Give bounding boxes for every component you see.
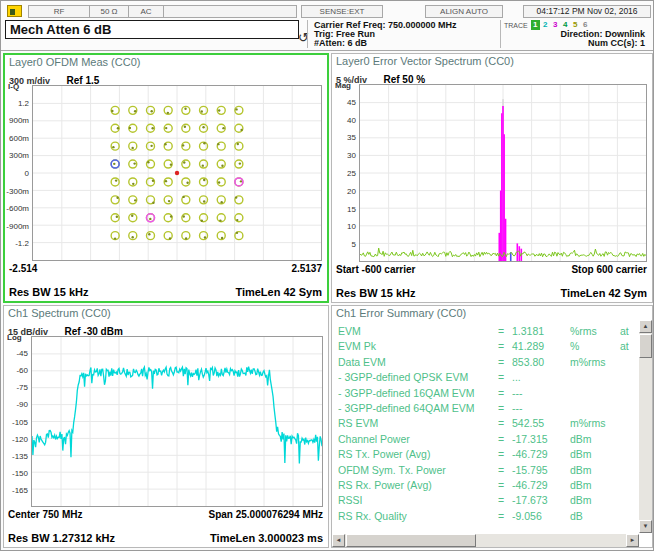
constellation-plot <box>32 85 322 261</box>
spectrum-panel[interactable]: Ch1 Spectrum (CC0) 15 dB/div Ref -30 dBm… <box>3 305 329 548</box>
er-eq: = <box>498 370 512 385</box>
y-axis-ticks: -45-60-75-90-105-120-135-150-165 <box>4 336 30 507</box>
error-summary-row: OFDM Sym. Tx. Power=-15.795dBm <box>338 463 636 478</box>
er-unit <box>570 386 620 401</box>
er-unit <box>570 370 620 385</box>
er-val: --- <box>512 401 570 416</box>
time-len-annotation: TimeLen 3.000023 ms <box>210 532 323 544</box>
error-summary-row: RS EVM=542.55m%rms <box>338 416 636 431</box>
er-note <box>620 370 636 385</box>
header-separator <box>307 20 308 48</box>
er-unit: m%rms <box>570 355 620 370</box>
er-label: RS Rx. Power (Avg) <box>338 478 498 493</box>
scroll-up-button[interactable]: ▲ <box>639 320 652 333</box>
er-val: -17.673 <box>512 493 570 508</box>
y-tick-label: -150 <box>12 468 28 477</box>
error-summary-row: Channel Power=-17.315dBm <box>338 432 636 447</box>
er-val: ... <box>512 370 570 385</box>
er-eq: = <box>498 509 512 524</box>
y-tick-label: -60 <box>16 366 28 375</box>
ofdm-meas-panel[interactable]: Layer0 OFDM Meas (CC0) 300 m/div Ref 1.5… <box>3 53 329 303</box>
er-eq: = <box>498 447 512 462</box>
atten-annotation: #Atten: 6 dB <box>314 38 367 48</box>
error-summary-row: RS Rx. Quality=-9.056dB <box>338 509 636 524</box>
error-summary-row: - 3GPP-defined QPSK EVM=... <box>338 370 636 385</box>
er-note <box>620 401 636 416</box>
align-indicator: ALIGN AUTO <box>425 5 503 18</box>
er-eq: = <box>498 463 512 478</box>
er-note <box>620 386 636 401</box>
er-label: RS Rx. Quality <box>338 509 498 524</box>
scroll-right-button[interactable]: ► <box>626 534 639 547</box>
er-label: EVM Pk <box>338 339 498 354</box>
er-note <box>620 416 636 431</box>
constellation-canvas <box>33 86 321 260</box>
error-summary-vertical-scrollbar[interactable]: ▲ ▼ <box>639 320 652 533</box>
rf-input-indicator: RF <box>28 5 90 18</box>
er-note <box>620 432 636 447</box>
y-tick-label: 900m <box>9 116 29 125</box>
er-val: -15.795 <box>512 463 570 478</box>
er-label: - 3GPP-defined 64QAM EVM <box>338 401 498 416</box>
error-summary-horizontal-scrollbar[interactable]: ◄ ► <box>332 534 639 547</box>
res-bw-annotation: Res BW 15 kHz <box>336 287 415 299</box>
error-vector-spectrum-panel[interactable]: Layer0 Error Vector Spectrum (CC0) 5 %/d… <box>331 53 653 303</box>
er-eq: = <box>498 432 512 447</box>
y-tick-label: -1.2 <box>15 239 29 248</box>
er-note <box>620 355 636 370</box>
er-label: RS Tx. Power (Avg) <box>338 447 498 462</box>
app-icon-glyph <box>10 9 15 15</box>
clock: 04:17:12 PM Nov 02, 2016 <box>523 5 651 18</box>
x-start-label: Start -600 carrier <box>336 264 416 275</box>
y-tick-label: -165 <box>12 485 28 494</box>
error-summary-row: RSSI=-17.673dBm <box>338 493 636 508</box>
y-tick-label: 10 <box>347 222 356 231</box>
y-tick-label: -135 <box>12 451 28 460</box>
y-tick-label: 35 <box>347 133 356 142</box>
y-tick-label: 0 <box>25 169 29 178</box>
er-note <box>620 447 636 462</box>
y-tick-label: 600m <box>9 133 29 142</box>
trace-indicator-1[interactable]: 1 <box>531 20 540 30</box>
er-label: Channel Power <box>338 432 498 447</box>
er-unit: dBm <box>570 463 620 478</box>
y-tick-label: 45 <box>347 97 356 106</box>
er-label: - 3GPP-defined 16QAM EVM <box>338 386 498 401</box>
er-unit: dBm <box>570 493 620 508</box>
trace-indicator-3[interactable]: 3 <box>551 20 560 30</box>
er-label: EVM <box>338 324 498 339</box>
y-axis-ticks: 45403530252015105 <box>332 84 358 262</box>
vertical-scroll-thumb[interactable] <box>639 334 652 358</box>
time-len-annotation: TimeLen 42 Sym <box>560 287 647 299</box>
horizontal-scroll-thumb[interactable] <box>346 534 476 547</box>
er-unit: % <box>570 339 620 354</box>
header-separator <box>500 20 501 48</box>
er-val: -46.729 <box>512 478 570 493</box>
y-tick-label: -120 <box>12 434 28 443</box>
error-summary-panel[interactable]: Ch1 Error Summary (CC0) EVM=1.3181%rmsat… <box>331 305 653 548</box>
er-label: RSSI <box>338 493 498 508</box>
error-summary-row: Data EVM=853.80m%rms <box>338 355 636 370</box>
er-eq: = <box>498 339 512 354</box>
y-tick-label: -600m <box>6 204 29 213</box>
scroll-down-button[interactable]: ▼ <box>639 520 652 533</box>
scroll-left-button[interactable]: ◄ <box>332 534 345 547</box>
trace-indicator-2[interactable]: 2 <box>541 20 550 30</box>
er-val: -17.315 <box>512 432 570 447</box>
y-tick-label: -90 <box>16 400 28 409</box>
res-bw-annotation: Res BW 1.27312 kHz <box>8 532 115 544</box>
app-icon <box>7 5 22 17</box>
er-label: RS EVM <box>338 416 498 431</box>
panel-footer: Res BW 15 kHz TimeLen 42 Sym <box>9 286 322 299</box>
er-val: 542.55 <box>512 416 570 431</box>
er-note: at <box>620 339 636 354</box>
panel-title: Layer0 OFDM Meas (CC0) <box>9 56 140 68</box>
mech-atten-annotation: Mech Atten 6 dB <box>5 20 299 39</box>
y-tick-label: -300m <box>6 186 29 195</box>
num-cc-annotation: Num CC(s): 1 <box>588 38 645 48</box>
er-val: -46.729 <box>512 447 570 462</box>
center-freq-label: Center 750 MHz <box>8 509 82 520</box>
er-note <box>620 509 636 524</box>
span-label: Span 25.000076294 MHz <box>208 509 323 520</box>
error-summary-row: RS Rx. Power (Avg)=-46.729dBm <box>338 478 636 493</box>
